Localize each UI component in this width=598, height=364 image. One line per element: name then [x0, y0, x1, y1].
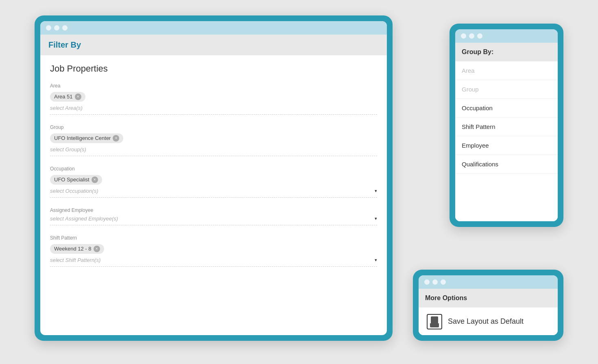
tag-remove-area51[interactable]: ×	[75, 94, 81, 100]
occupation-placeholder: select Occupation(s)	[50, 188, 98, 194]
employee-dropdown-arrow[interactable]: ▾	[375, 216, 377, 221]
employee-placeholder: select Assigned Employee(s)	[50, 216, 118, 222]
groupby-window: Group By: Area Group Occupation Shift Pa…	[450, 24, 563, 227]
groupby-item-qualifications[interactable]: Qualifications	[455, 155, 558, 174]
gb-tl-2	[469, 33, 474, 39]
tag-label-ufo: UFO Intelligence Center	[54, 135, 111, 141]
tag-remove-ufospec[interactable]: ×	[92, 177, 98, 183]
shift-select-row[interactable]: select Shift Pattern(s) ▾	[50, 257, 377, 263]
group-divider	[50, 156, 377, 156]
shift-dropdown-arrow[interactable]: ▾	[375, 257, 377, 263]
area-placeholder: select Area(s)	[50, 105, 83, 111]
filter-group-occupation: Occupation UFO Specialist × select Occup…	[50, 166, 377, 198]
area-select-row[interactable]: select Area(s)	[50, 105, 377, 111]
save-layout-button[interactable]: Save Layout as Default	[419, 307, 558, 335]
group-tag-ufo[interactable]: UFO Intelligence Center ×	[50, 133, 123, 143]
groupby-item-group[interactable]: Group	[455, 80, 558, 99]
shift-placeholder: select Shift Pattern(s)	[50, 257, 100, 263]
gb-tl-3	[477, 33, 482, 39]
area-label: Area	[50, 83, 377, 89]
titlebar-groupby	[455, 29, 558, 43]
occupation-tags-row: UFO Specialist ×	[50, 174, 377, 185]
area-tags-row: Area 51 ×	[50, 91, 377, 102]
groupby-item-area[interactable]: Area	[455, 61, 558, 80]
gb-tl-1	[461, 33, 466, 39]
groupby-title: Group By:	[462, 48, 493, 55]
tag-remove-weekend[interactable]: ×	[94, 246, 100, 252]
occupation-tag-ufospec[interactable]: UFO Specialist ×	[50, 175, 102, 185]
groupby-list: Area Group Occupation Shift Pattern Empl…	[455, 61, 558, 221]
occupation-select-row[interactable]: select Occupation(s) ▾	[50, 188, 377, 194]
shift-tags-row: Weekend 12 - 8 ×	[50, 243, 377, 255]
employee-label: Assigned Employee	[50, 207, 377, 213]
filter-group-area: Area Area 51 × select Area(s)	[50, 83, 377, 115]
group-label: Group	[50, 124, 377, 130]
groupby-item-occupation[interactable]: Occupation	[455, 99, 558, 118]
shift-tag-weekend[interactable]: Weekend 12 - 8 ×	[50, 244, 104, 254]
filter-by-window: Filter By Job Properties Area Area 51 × …	[35, 15, 393, 341]
group-tags-row: UFO Intelligence Center ×	[50, 133, 377, 144]
titlebar-main	[40, 21, 387, 35]
tag-label-weekend: Weekend 12 - 8	[54, 246, 92, 252]
mo-tl-1	[424, 279, 430, 285]
moreoptions-title: More Options	[425, 294, 467, 301]
employee-select-row[interactable]: select Assigned Employee(s) ▾	[50, 216, 377, 222]
titlebar-moreoptions	[419, 275, 558, 289]
groupby-item-employee[interactable]: Employee	[455, 136, 558, 155]
occupation-label: Occupation	[50, 166, 377, 172]
area-divider	[50, 114, 377, 115]
save-icon	[427, 314, 442, 329]
moreoptions-header: More Options	[419, 289, 558, 307]
filter-header: Filter By	[40, 35, 387, 55]
shift-divider	[50, 266, 377, 267]
occupation-divider	[50, 197, 377, 198]
shift-label: Shift Pattern	[50, 235, 377, 241]
tag-label-ufospec: UFO Specialist	[54, 177, 89, 183]
employee-divider	[50, 225, 377, 225]
traffic-light-1	[46, 25, 51, 31]
group-select-row[interactable]: select Group(s)	[50, 146, 377, 153]
group-placeholder: select Group(s)	[50, 146, 86, 153]
section-title: Job Properties	[50, 63, 377, 74]
filter-content: Job Properties Area Area 51 × select Are…	[40, 55, 387, 335]
occupation-dropdown-arrow[interactable]: ▾	[375, 188, 377, 194]
traffic-light-3	[62, 25, 68, 31]
groupby-header: Group By:	[455, 43, 558, 61]
mo-tl-3	[441, 279, 446, 285]
mo-tl-2	[432, 279, 438, 285]
save-layout-label: Save Layout as Default	[448, 317, 524, 326]
filter-group-shift: Shift Pattern Weekend 12 - 8 × select Sh…	[50, 235, 377, 267]
moreoptions-window: More Options Save Layout as Default	[413, 270, 563, 341]
filter-group-employee: Assigned Employee select Assigned Employ…	[50, 207, 377, 225]
filter-title: Filter By	[48, 40, 379, 50]
groupby-item-shiftpattern[interactable]: Shift Pattern	[455, 118, 558, 136]
traffic-light-2	[54, 25, 59, 31]
tag-remove-ufo[interactable]: ×	[113, 135, 119, 142]
tag-label-area51: Area 51	[54, 94, 73, 100]
filter-group-group: Group UFO Intelligence Center × select G…	[50, 124, 377, 156]
area-tag-area51[interactable]: Area 51 ×	[50, 92, 85, 102]
